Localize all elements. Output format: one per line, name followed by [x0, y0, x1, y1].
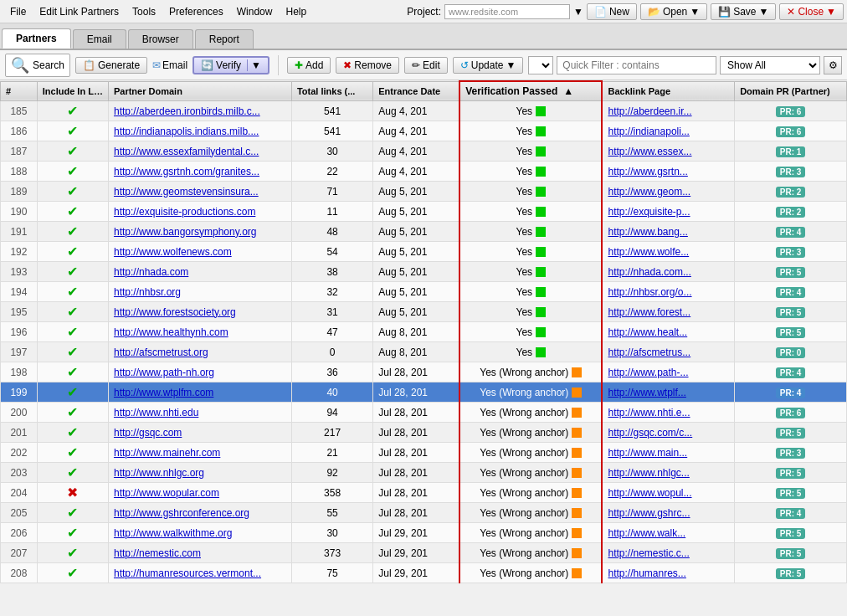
domain-link[interactable]: http://exquisite-productions.com	[114, 206, 255, 218]
domain-link[interactable]: http://www.wtplfm.com	[114, 387, 213, 398]
domain-cell[interactable]: http://www.walkwithme.org	[108, 523, 291, 543]
table-row[interactable]: 205✔http://www.gshrconference.org55Jul 2…	[1, 503, 847, 523]
table-row[interactable]: 207✔http://nemestic.com373Jul 29, 201Yes…	[1, 543, 847, 563]
domain-cell[interactable]: http://gsqc.com	[108, 423, 291, 443]
backlink-link[interactable]: http://www.main...	[608, 447, 687, 459]
filter-type-dropdown[interactable]	[528, 56, 553, 74]
domain-cell[interactable]: http://www.gshrconference.org	[108, 503, 291, 523]
domain-cell[interactable]: http://www.wtplfm.com	[108, 382, 291, 403]
domain-cell[interactable]: http://aberdeen.ironbirds.milb.c...	[108, 101, 291, 121]
table-row[interactable]: 206✔http://www.walkwithme.org30Jul 29, 2…	[1, 523, 847, 543]
col-header-num[interactable]: #	[1, 81, 38, 101]
backlink-cell[interactable]: http://www.bang...	[602, 222, 734, 242]
backlink-cell[interactable]: http://nhbsr.org/o...	[602, 282, 734, 302]
backlink-link[interactable]: http://nhada.com...	[608, 266, 690, 278]
backlink-link[interactable]: http://exquisite-p...	[608, 206, 690, 218]
col-header-pr[interactable]: Domain PR (Partner)	[735, 81, 847, 101]
col-header-domain[interactable]: Partner Domain	[108, 81, 291, 101]
table-row[interactable]: 198✔http://www.path-nh.org36Jul 28, 201Y…	[1, 362, 847, 382]
add-button[interactable]: ✚ Add	[287, 57, 331, 74]
menu-file[interactable]: File	[3, 4, 33, 19]
backlink-cell[interactable]: http://www.nhti.e...	[602, 403, 734, 423]
show-all-dropdown[interactable]: Show All	[720, 56, 820, 74]
save-dropdown-icon[interactable]: ▼	[759, 6, 769, 18]
table-row[interactable]: 188✔http://www.gsrtnh.com/granites...22A…	[1, 162, 847, 182]
update-dropdown-icon[interactable]: ▼	[506, 59, 516, 71]
backlink-link[interactable]: http://www.path-...	[608, 367, 688, 378]
col-header-backlink[interactable]: Backlink Page	[602, 81, 734, 101]
backlink-link[interactable]: http://www.gsrtn...	[608, 166, 687, 177]
backlink-cell[interactable]: http://www.walk...	[602, 523, 734, 543]
domain-cell[interactable]: http://www.wolfenews.com	[108, 242, 291, 262]
domain-link[interactable]: http://www.walkwithme.org	[114, 527, 232, 539]
table-container[interactable]: # Include In Link Direc... Partner Domai…	[0, 80, 847, 613]
remove-button[interactable]: ✖ Remove	[336, 57, 399, 74]
backlink-link[interactable]: http://www.forest...	[608, 306, 690, 318]
table-row[interactable]: 191✔http://www.bangorsymphony.org48Aug 5…	[1, 222, 847, 242]
backlink-cell[interactable]: http://www.main...	[602, 443, 734, 463]
domain-link[interactable]: http://www.nhlgc.org	[114, 467, 204, 479]
domain-link[interactable]: http://www.wopular.com	[114, 487, 219, 499]
backlink-cell[interactable]: http://humanres...	[602, 563, 734, 583]
backlink-cell[interactable]: http://www.wolfe...	[602, 242, 734, 262]
col-header-date[interactable]: Entrance Date	[373, 81, 459, 101]
backlink-link[interactable]: http://www.wolfe...	[608, 246, 689, 258]
dropdown-arrow-icon[interactable]: ▼	[573, 6, 583, 18]
domain-link[interactable]: http://www.nhti.edu	[114, 407, 198, 418]
table-row[interactable]: 201✔http://gsqc.com217Jul 28, 201Yes (Wr…	[1, 423, 847, 443]
table-row[interactable]: 196✔http://www.healthynh.com47Aug 8, 201…	[1, 322, 847, 342]
table-row[interactable]: 203✔http://www.nhlgc.org92Jul 28, 201Yes…	[1, 463, 847, 483]
domain-link[interactable]: http://www.geomstevensinsura...	[114, 186, 259, 198]
domain-link[interactable]: http://indianapolis.indians.milb....	[114, 126, 259, 137]
domain-cell[interactable]: http://nhada.com	[108, 262, 291, 282]
table-row[interactable]: 185✔http://aberdeen.ironbirds.milb.c...5…	[1, 101, 847, 121]
domain-link[interactable]: http://www.essexfamilydental.c...	[114, 146, 259, 157]
verify-button[interactable]: 🔄 Verify ▼	[192, 56, 270, 74]
col-header-links[interactable]: Total links (...	[291, 81, 372, 101]
update-button[interactable]: ↺ Update ▼	[453, 57, 524, 74]
tab-partners[interactable]: Partners	[2, 28, 71, 49]
backlink-cell[interactable]: http://www.wtplf...	[602, 382, 734, 403]
backlink-link[interactable]: http://afscmetrus...	[608, 346, 690, 358]
open-button[interactable]: 📂 Open ▼	[640, 3, 707, 20]
backlink-cell[interactable]: http://nemestic.c...	[602, 543, 734, 563]
domain-cell[interactable]: http://indianapolis.indians.milb....	[108, 121, 291, 141]
backlink-link[interactable]: http://www.essex...	[608, 146, 691, 157]
domain-link[interactable]: http://nhbsr.org	[114, 286, 181, 298]
domain-link[interactable]: http://www.wolfenews.com	[114, 246, 232, 258]
table-row[interactable]: 200✔http://www.nhti.edu94Jul 28, 201Yes …	[1, 403, 847, 423]
table-row[interactable]: 192✔http://www.wolfenews.com54Aug 5, 201…	[1, 242, 847, 262]
settings-button[interactable]: ⚙	[824, 56, 842, 74]
menu-preferences[interactable]: Preferences	[162, 4, 230, 19]
backlink-cell[interactable]: http://aberdeen.ir...	[602, 101, 734, 121]
domain-cell[interactable]: http://www.wopular.com	[108, 483, 291, 503]
new-button[interactable]: 📄 New	[587, 3, 637, 20]
edit-button[interactable]: ✏ Edit	[404, 57, 448, 74]
backlink-link[interactable]: http://aberdeen.ir...	[608, 105, 691, 117]
domain-cell[interactable]: http://www.mainehr.com	[108, 443, 291, 463]
col-header-verify[interactable]: Verification Passed ▲	[459, 81, 602, 101]
table-row[interactable]: 197✔http://afscmetrust.org0Aug 8, 201Yes…	[1, 342, 847, 362]
backlink-cell[interactable]: http://www.gsrtn...	[602, 162, 734, 182]
domain-link[interactable]: http://www.mainehr.com	[114, 447, 220, 459]
table-row[interactable]: 193✔http://nhada.com38Aug 5, 201Yeshttp:…	[1, 262, 847, 282]
backlink-link[interactable]: http://www.wtplf...	[608, 387, 685, 398]
backlink-link[interactable]: http://indianapoli...	[608, 126, 689, 137]
domain-link[interactable]: http://www.forestsociety.org	[114, 306, 236, 318]
menu-edit-link-partners[interactable]: Edit Link Partners	[33, 4, 126, 19]
close-dropdown-icon[interactable]: ▼	[826, 6, 836, 18]
generate-button[interactable]: 📋 Generate	[75, 57, 147, 74]
domain-cell[interactable]: http://www.healthynh.com	[108, 322, 291, 342]
domain-cell[interactable]: http://www.bangorsymphony.org	[108, 222, 291, 242]
domain-link[interactable]: http://www.healthynh.com	[114, 326, 228, 338]
domain-cell[interactable]: http://www.forestsociety.org	[108, 302, 291, 322]
verify-dropdown-icon[interactable]: ▼	[247, 59, 261, 71]
domain-link[interactable]: http://www.bangorsymphony.org	[114, 226, 257, 238]
backlink-link[interactable]: http://www.geom...	[608, 186, 690, 198]
domain-link[interactable]: http://afscmetrust.org	[114, 346, 208, 358]
save-button[interactable]: 💾 Save ▼	[711, 3, 776, 20]
backlink-link[interactable]: http://www.nhti.e...	[608, 407, 690, 418]
domain-cell[interactable]: http://www.nhti.edu	[108, 403, 291, 423]
backlink-link[interactable]: http://www.bang...	[608, 226, 687, 238]
table-row[interactable]: 199✔http://www.wtplfm.com40Jul 28, 201Ye…	[1, 382, 847, 403]
